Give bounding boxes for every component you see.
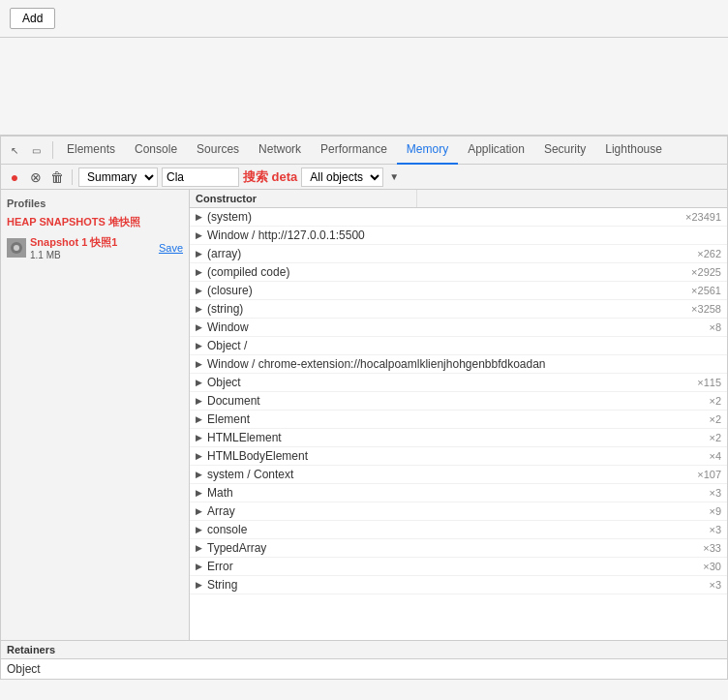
expand-arrow-icon: ▶ — [196, 396, 207, 406]
constructor-count: ×262 — [697, 248, 721, 259]
table-row[interactable]: ▶ Array ×9 — [190, 502, 727, 521]
table-row[interactable]: ▶ TypedArray ×33 — [190, 539, 727, 558]
save-link[interactable]: Save — [159, 242, 183, 254]
retainers-header: Retainers — [1, 641, 727, 659]
toolbar-separator — [72, 169, 73, 185]
constructor-count: ×3 — [709, 524, 721, 535]
constructor-name: (closure) — [207, 284, 687, 297]
constructor-name: Math — [207, 486, 705, 500]
constructor-count: ×115 — [697, 377, 721, 388]
snapshot-item: Snapshot 1 快照1 1.1 MB Save — [7, 233, 183, 262]
summary-select[interactable]: Summary — [78, 167, 158, 187]
constructor-count: ×4 — [709, 450, 721, 462]
expand-arrow-icon: ▶ — [196, 470, 207, 479]
table-row[interactable]: ▶ Error ×30 — [190, 558, 727, 576]
constructor-count: ×9 — [709, 505, 721, 517]
table-row[interactable]: ▶ console ×3 — [190, 521, 727, 539]
rows-container: ▶ (system) ×23491 ▶ Window / http://127.… — [190, 208, 727, 594]
tab-elements[interactable]: Elements — [57, 136, 125, 165]
constructor-name: console — [207, 523, 705, 536]
constructor-name: Element — [207, 412, 705, 426]
tab-memory[interactable]: Memory — [397, 136, 458, 165]
expand-arrow-icon: ▶ — [196, 506, 207, 516]
table-row[interactable]: ▶ Math ×3 — [190, 484, 727, 502]
table-row[interactable]: ▶ system / Context ×107 — [190, 466, 727, 484]
stop-icon[interactable]: ⊗ — [27, 168, 45, 186]
devtools-wrapper: ↖ ▭ Elements Console Sources Network Per… — [0, 135, 728, 680]
tab-console[interactable]: Console — [125, 136, 187, 165]
tab-sources[interactable]: Sources — [187, 136, 249, 165]
tab-network[interactable]: Network — [249, 136, 311, 165]
tab-lighthouse[interactable]: Lighthouse — [595, 136, 672, 165]
table-row[interactable]: ▶ Window / chrome-extension://hocalpoaml… — [190, 355, 727, 374]
constructor-count: ×107 — [697, 469, 721, 480]
table-row[interactable]: ▶ String ×3 — [190, 576, 727, 594]
constructor-count: ×2 — [709, 395, 721, 407]
table-area: Constructor ▶ (system) ×23491 ▶ Window /… — [190, 190, 727, 640]
table-row[interactable]: ▶ (closure) ×2561 — [190, 282, 727, 300]
expand-arrow-icon: ▶ — [196, 341, 207, 350]
expand-arrow-icon: ▶ — [196, 488, 207, 498]
table-header: Constructor — [190, 190, 727, 208]
constructor-name: Window / http://127.0.0.1:5500 — [207, 228, 717, 242]
profiles-label: Profiles — [7, 198, 183, 209]
constructor-name: Window — [207, 320, 705, 334]
heap-snapshots-label: HEAP SNAPSHOTS 堆快照 — [7, 215, 183, 229]
table-row[interactable]: ▶ (system) ×23491 — [190, 208, 727, 227]
expand-arrow-icon: ▶ — [196, 433, 207, 442]
table-row[interactable]: ▶ Window / http://127.0.0.1:5500 — [190, 227, 727, 245]
record-icon[interactable]: ● — [6, 168, 23, 186]
tab-application[interactable]: Application — [458, 136, 534, 165]
clear-icon[interactable]: 🗑 — [48, 168, 66, 186]
filter-select[interactable]: All objects — [301, 167, 383, 187]
add-button[interactable]: Add — [10, 8, 55, 29]
constructor-name: HTMLBodyElement — [207, 449, 705, 463]
expand-arrow-icon: ▶ — [196, 451, 207, 461]
constructor-name: HTMLElement — [207, 431, 705, 444]
table-row[interactable]: ▶ (array) ×262 — [190, 245, 727, 263]
table-row[interactable]: ▶ HTMLElement ×2 — [190, 429, 727, 447]
expand-arrow-icon: ▶ — [196, 562, 207, 571]
snapshot-info: Snapshot 1 快照1 1.1 MB — [30, 235, 155, 260]
table-row[interactable]: ▶ HTMLBodyElement ×4 — [190, 447, 727, 466]
snapshot-size: 1.1 MB — [30, 250, 155, 260]
tab-performance[interactable]: Performance — [311, 136, 397, 165]
table-row[interactable]: ▶ Document ×2 — [190, 392, 727, 411]
class-filter-input[interactable] — [162, 167, 239, 187]
constructor-count: ×2 — [709, 432, 721, 443]
constructor-count: ×2 — [709, 413, 721, 425]
retainers-object-row: Object — [1, 659, 727, 679]
constructor-name: Array — [207, 504, 705, 518]
tab-security[interactable]: Security — [534, 136, 595, 165]
constructor-name: Window / chrome-extension://hocalpoamlkl… — [207, 357, 717, 371]
filter-arrow-icon: ▼ — [389, 171, 399, 182]
empty-space — [0, 38, 728, 135]
table-row[interactable]: ▶ Object / — [190, 337, 727, 355]
table-row[interactable]: ▶ (string) ×3258 — [190, 300, 727, 319]
table-row[interactable]: ▶ Window ×8 — [190, 319, 727, 337]
expand-arrow-icon: ▶ — [196, 580, 207, 590]
main-content: Profiles HEAP SNAPSHOTS 堆快照 Snapshot 1 快… — [1, 190, 727, 640]
cursor-icon[interactable]: ↖ — [6, 141, 23, 159]
constructor-name: String — [207, 578, 705, 592]
constructor-count: ×23491 — [685, 211, 721, 223]
constructor-name: (system) — [207, 210, 682, 224]
bottom-panel: Retainers Object — [1, 640, 727, 679]
constructor-name: TypedArray — [207, 541, 699, 555]
snapshot-name[interactable]: Snapshot 1 快照1 — [30, 235, 155, 250]
sidebar: Profiles HEAP SNAPSHOTS 堆快照 Snapshot 1 快… — [1, 190, 190, 640]
expand-arrow-icon: ▶ — [196, 322, 207, 332]
constructor-header: Constructor — [190, 190, 417, 207]
table-row[interactable]: ▶ (compiled code) ×2925 — [190, 263, 727, 282]
table-row[interactable]: ▶ Element ×2 — [190, 411, 727, 429]
expand-arrow-icon: ▶ — [196, 267, 207, 277]
expand-arrow-icon: ▶ — [196, 543, 207, 553]
devtools-icons: ↖ ▭ — [6, 141, 53, 159]
table-row[interactable]: ▶ Object ×115 — [190, 374, 727, 392]
constructor-name: (compiled code) — [207, 265, 687, 279]
device-icon[interactable]: ▭ — [27, 141, 45, 159]
expand-arrow-icon: ▶ — [196, 359, 207, 369]
search-label: 搜索 deta — [243, 168, 297, 186]
constructor-count: ×2561 — [691, 285, 721, 296]
snapshot-icon — [7, 238, 26, 258]
